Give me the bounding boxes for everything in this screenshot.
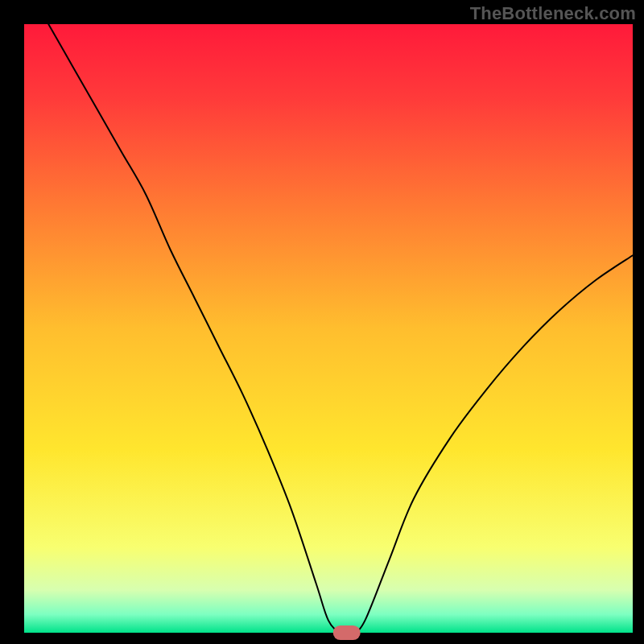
bottleneck-chart	[0, 0, 644, 644]
chart-frame: TheBottleneck.com	[0, 0, 644, 644]
watermark-text: TheBottleneck.com	[470, 3, 636, 24]
optimal-marker	[333, 625, 361, 640]
